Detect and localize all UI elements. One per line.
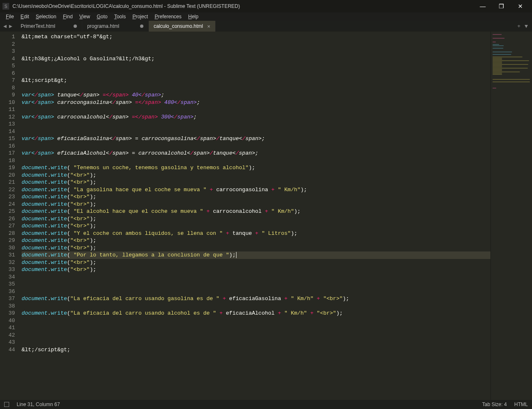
menu-item-goto[interactable]: Goto: [94, 13, 111, 20]
tab-label: PrimerText.html: [21, 23, 55, 29]
window-title: C:\Users\neobo\OneDrive\Escritorio\LOGIC…: [12, 3, 473, 9]
menu-item-find[interactable]: Find: [59, 13, 76, 20]
menu-item-help[interactable]: Help: [185, 13, 202, 20]
line-gutter: 1234567891011121314151617181920212223242…: [0, 32, 18, 400]
tab-label: calculo_consumo.html: [154, 23, 203, 29]
dirty-indicator-icon: [74, 25, 77, 28]
minimize-button[interactable]: —: [473, 0, 492, 12]
close-tab-icon[interactable]: ×: [207, 23, 210, 30]
close-button[interactable]: ✕: [511, 0, 530, 12]
menu-item-view[interactable]: View: [76, 13, 94, 20]
tab-nav-arrows: ◀ ▶: [0, 21, 16, 32]
new-tab-icon[interactable]: +: [517, 23, 520, 30]
title-bar: S C:\Users\neobo\OneDrive\Escritorio\LOG…: [0, 0, 532, 12]
tab-actions: + ▼: [513, 21, 532, 32]
status-cursor-position: Line 31, Column 67: [17, 402, 60, 407]
status-syntax[interactable]: HTML: [514, 402, 528, 407]
tab-bar: ◀ ▶ PrimerText.htmlprograma.htmlcalculo_…: [0, 21, 532, 32]
nav-forward-icon[interactable]: ▶: [9, 23, 12, 30]
menu-item-tools[interactable]: Tools: [111, 13, 129, 20]
menu-item-file[interactable]: File: [2, 13, 17, 20]
status-tab-size[interactable]: Tab Size: 4: [482, 402, 507, 407]
tab-label: programa.html: [87, 23, 119, 29]
code-editor[interactable]: &lt;meta charset="utf-8"&gt; &lt;h3&gt;¿…: [18, 32, 490, 400]
maximize-button[interactable]: ❐: [492, 0, 511, 12]
dirty-indicator-icon: [140, 25, 143, 28]
menu-bar: FileEditSelectionFindViewGotoToolsProjec…: [0, 12, 532, 21]
status-panel-icon[interactable]: [4, 402, 9, 407]
nav-back-icon[interactable]: ◀: [3, 23, 7, 30]
window-controls: — ❐ ✕: [473, 0, 530, 12]
menu-item-edit[interactable]: Edit: [17, 13, 32, 20]
tab-menu-icon[interactable]: ▼: [525, 23, 528, 30]
menu-item-project[interactable]: Project: [129, 13, 151, 20]
tab-PrimerText-html[interactable]: PrimerText.html: [16, 21, 82, 32]
minimap[interactable]: [490, 32, 532, 400]
app-icon: S: [2, 3, 9, 10]
tab-programa-html[interactable]: programa.html: [82, 21, 149, 32]
editor-area: 1234567891011121314151617181920212223242…: [0, 32, 532, 400]
menu-item-selection[interactable]: Selection: [32, 13, 59, 20]
status-bar: Line 31, Column 67 Tab Size: 4 HTML: [0, 400, 532, 409]
menu-item-preferences[interactable]: Preferences: [151, 13, 185, 20]
tab-calculo_consumo-html[interactable]: calculo_consumo.html×: [149, 21, 216, 32]
